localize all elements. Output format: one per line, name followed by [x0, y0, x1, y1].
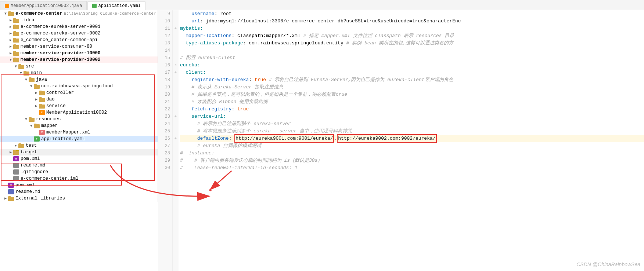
pom2-icon: m — [8, 183, 14, 188]
appyaml-file-label: application.yaml — [41, 136, 85, 142]
code-line-21: # 才能配合 Ribbon 使用负载均衡 — [180, 98, 644, 106]
code-line-10: url: jdbc:mysql://localhost:3306/e_comme… — [180, 18, 644, 25]
code-line-14 — [180, 47, 644, 54]
java-icon-memberapp: C — [39, 110, 45, 115]
eureka9001-url: http://eureka9001.com:9001/eureka/ — [234, 134, 334, 143]
sidebar-item-main[interactable]: ▼ main — [0, 70, 158, 76]
code-line-27: # eureka 自我保护模式测试 — [180, 142, 644, 150]
sidebar-item-provider10000[interactable]: ▶ member-service-provider-10000 — [0, 50, 158, 56]
sidebar-item-provider10002[interactable]: ▼ member-service-provider-10002 — [0, 56, 158, 63]
folder-icon-eureka9001 — [13, 25, 19, 29]
sidebar-item-pom2[interactable]: ▶ m pom.xml — [0, 182, 158, 188]
sidebar-item-readme2[interactable]: ▶ readme.md — [0, 188, 158, 195]
target-label: target — [21, 150, 37, 155]
folder-icon-extlibs — [8, 196, 14, 201]
sidebar-item-idea[interactable]: ▶ .idea — [0, 17, 158, 23]
folder-icon-main — [24, 71, 29, 76]
sidebar-item-resources[interactable]: ▼ resources — [0, 116, 158, 122]
sidebar-item-memberapp-file[interactable]: ▶ C MemberApplication10002 — [0, 109, 158, 116]
arrow-pkg: ▼ — [29, 84, 34, 88]
code-line-23: service-url: — [180, 113, 644, 120]
pom-icon: m — [13, 156, 19, 161]
sidebar-item-membermapper[interactable]: ▶ X memberMapper.xml — [0, 129, 158, 136]
arrow-mapper-folder: ▼ — [29, 124, 34, 128]
sidebar-item-common-api[interactable]: ▶ e_commerce_center-common-api — [0, 37, 158, 43]
common-label: e_commerce_center-common-api — [21, 37, 98, 43]
sidebar: ▼ e-commerce-center E:\Java\Spring Cloud… — [0, 10, 158, 202]
arrow-main: ▼ — [18, 71, 24, 75]
tab-appyaml[interactable]: application.yaml — [87, 1, 145, 10]
code-line-12: mapper-locations: classpath:mapper/*.xml… — [180, 32, 644, 40]
sidebar-item-eureka9002[interactable]: ▶ e-commerce-eureka-server-9002 — [0, 30, 158, 37]
code-content[interactable]: username: root url: jdbc:mysql://localho… — [179, 10, 644, 271]
eureka9001-label: e-commerce-eureka-server-9001 — [21, 24, 101, 29]
arrow-extlibs: ▶ — [3, 196, 8, 201]
membermapper-label: memberMapper.xml — [46, 130, 90, 135]
fold-gutter: ⊖ ⊖ ⊖ ⊖ ⊖ — [173, 10, 179, 271]
folder-icon-consumer80 — [13, 44, 19, 49]
md-icon-readme2 — [8, 189, 14, 194]
sidebar-item-root[interactable]: ▼ e-commerce-center E:\Java\Spring Cloud… — [0, 10, 158, 17]
folder-icon-root — [8, 11, 14, 16]
extlibs-label: External Libraries — [15, 196, 65, 201]
pom-label: pom.xml — [21, 156, 40, 161]
main-container: ▼ e-commerce-center E:\Java\Spring Cloud… — [0, 10, 644, 271]
sidebar-item-controller[interactable]: ▶ controller — [0, 89, 158, 96]
root-path: E:\Java\Spring Cloud\e-commerce-center — [64, 11, 156, 16]
memberapp-label: MemberApplication10002 — [46, 110, 107, 115]
code-line-18: register-with-eureka: true # 示将自己注册到 Eur… — [180, 76, 644, 84]
arrow-dao: ▶ — [34, 97, 39, 102]
sidebar-item-extlibs[interactable]: ▶ External Libraries — [0, 195, 158, 202]
dao-label: dao — [46, 97, 55, 102]
service-label: service — [46, 103, 66, 109]
main-label: main — [31, 70, 42, 76]
sidebar-item-iml[interactable]: ▶ e-commerce-center.iml — [0, 175, 158, 182]
sidebar-item-gitignore[interactable]: ▶ .gitignore — [0, 169, 158, 175]
code-line-17: client: — [180, 69, 644, 76]
folder-icon-common — [13, 38, 19, 43]
folder-icon-controller — [39, 91, 45, 95]
code-line-20: # 如果是单节点，是可以配置的，但是如果是一个集群，则必须配置true — [180, 91, 644, 98]
code-line-11: mybatis: — [180, 25, 644, 32]
idea-label: .idea — [21, 18, 35, 23]
provider10000-label: member-service-provider-10000 — [21, 51, 101, 56]
sidebar-item-java[interactable]: ▼ java — [0, 76, 158, 83]
arrow-target: ▶ — [8, 150, 13, 154]
code-line-19: # 表示从 Eureka-Server 抓取注册信息 — [180, 84, 644, 91]
arrow-provider10000: ▶ — [8, 51, 13, 55]
arrow-service: ▶ — [34, 104, 39, 108]
sidebar-item-pkg[interactable]: ▼ com.rainbowsea.springcloud — [0, 83, 158, 89]
folder-icon-src — [18, 64, 24, 69]
code-line-16: eureka: — [180, 62, 644, 69]
tab-label-appyaml: application.yaml — [98, 3, 140, 8]
code-area: 910111213 1415161718 1920212223 24252627… — [158, 10, 644, 271]
eureka9002-url: http://eureka9002.com:9002/eureka/ — [337, 134, 436, 143]
code-line-28: # instance: — [180, 150, 644, 157]
sidebar-item-consumer80[interactable]: ▶ member-service-consumer-80 — [0, 43, 158, 50]
arrow-provider10002: ▼ — [8, 58, 13, 62]
arrow-controller: ▶ — [34, 91, 39, 95]
sidebar-item-dao[interactable]: ▶ dao — [0, 96, 158, 103]
iml-label: e-commerce-center.iml — [21, 176, 79, 181]
sidebar-item-service[interactable]: ▶ service — [0, 103, 158, 109]
sidebar-item-test[interactable]: ▶ test — [0, 142, 158, 149]
sidebar-item-mapper-folder[interactable]: ▼ mapper — [0, 122, 158, 129]
sidebar-item-appyaml-file[interactable]: ▶ Y application.yaml — [0, 136, 158, 142]
tab-memberapp[interactable]: MemberApplication10002.java — [0, 1, 87, 10]
sidebar-item-target[interactable]: ▶ target — [0, 149, 158, 155]
sidebar-item-pom-root[interactable]: ▶ m pom.xml — [0, 155, 158, 162]
code-line-15: # 配置 eureka-client — [180, 54, 644, 62]
code-line-22: fetch-registry: true — [180, 106, 644, 113]
sidebar-item-readme[interactable]: ▶ readme.md — [0, 162, 158, 169]
sidebar-item-eureka9001[interactable]: ▶ e-commerce-eureka-server-9001 — [0, 23, 158, 30]
folder-icon-test — [18, 143, 24, 148]
sidebar-wrapper: ▼ e-commerce-center E:\Java\Spring Cloud… — [0, 10, 158, 271]
arrow-resources: ▼ — [24, 117, 29, 121]
folder-icon-resources — [29, 117, 35, 122]
sidebar-item-src[interactable]: ▼ src — [0, 63, 158, 70]
pkg-label: com.rainbowsea.springcloud — [41, 84, 113, 89]
line-numbers: 910111213 1415161718 1920212223 24252627… — [158, 10, 173, 271]
folder-icon-provider10002 — [13, 58, 19, 62]
controller-label: controller — [46, 90, 74, 95]
java-label: java — [36, 77, 47, 82]
